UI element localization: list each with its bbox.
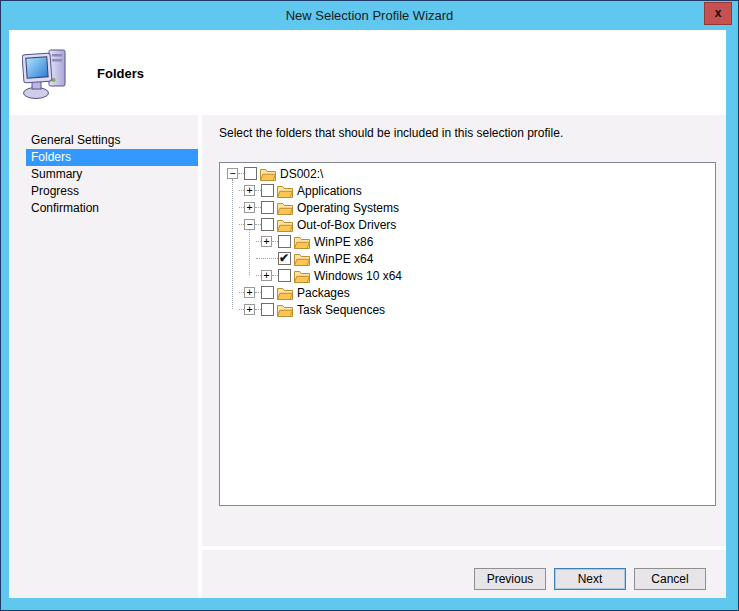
sidebar-item-label: Confirmation [31, 201, 99, 215]
folder-tree-content: − DS002:\ [220, 163, 715, 318]
sidebar-item-label: Summary [31, 167, 82, 181]
page-title: Folders [97, 66, 144, 81]
tree-node-label: Task Sequences [297, 303, 385, 317]
tree-indent [227, 207, 239, 208]
tree-expander-icon[interactable]: + [261, 236, 272, 247]
wizard-window: New Selection Profile Wizard x [0, 0, 739, 611]
sidebar-item-confirmation[interactable]: Confirmation [26, 200, 198, 217]
tree-checkbox[interactable] [261, 218, 274, 231]
wizard-button-row: PreviousNextCancel [202, 568, 706, 590]
tree-indent [227, 258, 256, 259]
tree-checkbox[interactable] [278, 269, 291, 282]
tree-node[interactable]: − DS002:\ [220, 165, 715, 182]
folder-icon [294, 235, 310, 248]
tree-node-label: Windows 10 x64 [314, 269, 402, 283]
tree-checkbox[interactable] [261, 184, 274, 197]
tree-node[interactable]: + Task Sequences [220, 301, 715, 318]
previous-button[interactable]: Previous [474, 568, 546, 590]
sidebar-item-summary[interactable]: Summary [26, 166, 198, 183]
tree-node-label: WinPE x64 [314, 252, 373, 266]
tree-checkbox[interactable] [261, 303, 274, 316]
tree-checkbox[interactable] [261, 286, 274, 299]
sidebar-item-label: Progress [31, 184, 79, 198]
tree-node[interactable]: + Windows 10 x64 [220, 267, 715, 284]
titlebar[interactable]: New Selection Profile Wizard x [1, 1, 738, 30]
tree-expander-icon[interactable]: − [244, 219, 255, 230]
tree-node[interactable]: − Out-of-Box Drivers [220, 216, 715, 233]
tree-indent [227, 190, 239, 191]
tree-expander-icon[interactable]: + [244, 185, 255, 196]
folder-icon [260, 167, 276, 180]
tree-expander-icon[interactable]: + [261, 270, 272, 281]
folder-icon [277, 303, 293, 316]
tree-checkbox[interactable] [261, 201, 274, 214]
folder-icon [277, 286, 293, 299]
tree-checkbox[interactable] [278, 235, 291, 248]
folder-icon [294, 252, 310, 265]
tree-indent [227, 275, 256, 276]
dialog-client-area: Folders General Settings Folders Summary… [9, 30, 726, 598]
tree-node-label: Operating Systems [297, 201, 399, 215]
folder-icon [277, 184, 293, 197]
folder-tree[interactable]: − DS002:\ [219, 162, 716, 506]
folder-icon [294, 269, 310, 282]
tree-expander-icon[interactable]: + [244, 202, 255, 213]
wizard-step-sidebar: General Settings Folders Summary Progres… [9, 115, 198, 598]
instruction-text: Select the folders that should be includ… [219, 126, 563, 140]
tree-indent [227, 224, 239, 225]
tree-connector-dots [256, 258, 278, 259]
tree-node-label: Packages [297, 286, 350, 300]
folder-icon [277, 218, 293, 231]
tree-node[interactable]: + Operating Systems [220, 199, 715, 216]
tree-node[interactable]: + Applications [220, 182, 715, 199]
wizard-header: Folders [9, 30, 726, 114]
tree-indent [227, 292, 239, 293]
tree-expander-icon[interactable]: + [244, 304, 255, 315]
tree-node-label: Out-of-Box Drivers [297, 218, 396, 232]
tree-checkbox[interactable] [244, 167, 257, 180]
wizard-step-list: General Settings Folders Summary Progres… [9, 132, 198, 217]
close-button[interactable]: x [704, 2, 732, 25]
tree-node[interactable]: WinPE x64 [220, 250, 715, 267]
tree-expander-icon[interactable]: + [244, 287, 255, 298]
tree-node[interactable]: + Packages [220, 284, 715, 301]
wizard-footer: PreviousNextCancel [202, 550, 726, 598]
tree-node-label: Applications [297, 184, 362, 198]
sidebar-item-progress[interactable]: Progress [26, 183, 198, 200]
window-title: New Selection Profile Wizard [1, 1, 738, 30]
sidebar-item-label: General Settings [31, 133, 120, 147]
tree-indent [227, 241, 256, 242]
cancel-button[interactable]: Cancel [634, 568, 706, 590]
tree-node[interactable]: + WinPE x86 [220, 233, 715, 250]
folder-icon [277, 201, 293, 214]
tree-checkbox[interactable] [278, 252, 291, 265]
sidebar-item-folders[interactable]: Folders [26, 149, 198, 166]
computer-icon [22, 44, 68, 100]
wizard-content-panel: Select the folders that should be includ… [202, 115, 726, 546]
tree-expander-icon[interactable]: − [227, 168, 238, 179]
sidebar-item-label: Folders [31, 150, 71, 164]
tree-node-label: DS002:\ [280, 167, 323, 181]
next-button[interactable]: Next [554, 568, 626, 590]
tree-indent [227, 309, 239, 310]
tree-node-label: WinPE x86 [314, 235, 373, 249]
sidebar-item-general-settings[interactable]: General Settings [26, 132, 198, 149]
